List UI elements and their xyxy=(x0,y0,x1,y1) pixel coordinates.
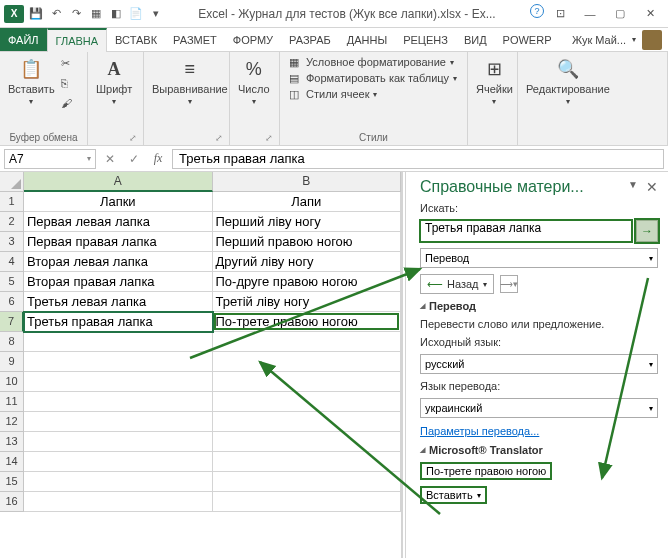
tab-home[interactable]: ГЛАВНА xyxy=(47,28,108,52)
minimize-icon[interactable]: — xyxy=(576,4,604,24)
enter-icon[interactable]: ✓ xyxy=(124,149,144,169)
row-header[interactable]: 13 xyxy=(0,432,24,452)
tab-file[interactable]: ФАЙЛ xyxy=(0,28,47,51)
row-header[interactable]: 12 xyxy=(0,412,24,432)
row-header[interactable]: 7 xyxy=(0,312,24,332)
row-header[interactable]: 4 xyxy=(0,252,24,272)
cell[interactable] xyxy=(24,332,213,352)
formula-input[interactable]: Третья правая лапка xyxy=(172,149,664,169)
tab-layout[interactable]: РАЗМЕТ xyxy=(165,28,225,51)
cell[interactable]: Третья левая лапка xyxy=(24,292,213,312)
section-ms-translator[interactable]: Microsoft® Translator xyxy=(420,444,658,456)
cell[interactable] xyxy=(24,372,213,392)
row-header[interactable]: 16 xyxy=(0,492,24,512)
taskpane-close-icon[interactable]: ✕ xyxy=(646,179,658,195)
row-header[interactable]: 11 xyxy=(0,392,24,412)
col-header-b[interactable]: B xyxy=(213,172,402,192)
cell[interactable] xyxy=(213,432,402,452)
qat-icon-2[interactable]: ◧ xyxy=(108,6,124,22)
cell[interactable]: Вторая левая лапка xyxy=(24,252,213,272)
cell[interactable]: По-трете правою ногою xyxy=(213,312,402,332)
cell[interactable]: Третья правая лапка xyxy=(24,312,213,332)
undo-icon[interactable]: ↶ xyxy=(48,6,64,22)
row-header[interactable]: 14 xyxy=(0,452,24,472)
namebox-dropdown-icon[interactable]: ▾ xyxy=(87,154,91,163)
alignment-button[interactable]: ≡Выравнивание▾ xyxy=(150,55,230,108)
font-launcher[interactable]: ⤢ xyxy=(94,133,137,143)
back-button[interactable]: ⟵ Назад ▾ xyxy=(420,274,494,294)
search-input[interactable]: Третья правая лапка xyxy=(420,220,632,242)
cell[interactable] xyxy=(213,412,402,432)
cell[interactable]: Перший ліву ногу xyxy=(213,212,402,232)
row-header[interactable]: 8 xyxy=(0,332,24,352)
close-icon[interactable]: ✕ xyxy=(636,4,664,24)
editing-button[interactable]: 🔍Редактирование▾ xyxy=(524,55,612,108)
qat-dropdown-icon[interactable]: ▾ xyxy=(148,6,164,22)
cancel-icon[interactable]: ✕ xyxy=(100,149,120,169)
grid[interactable]: 1ЛапкиЛапи2Первая левая лапкаПерший ліву… xyxy=(0,192,401,558)
cell[interactable] xyxy=(213,332,402,352)
cell[interactable] xyxy=(213,352,402,372)
cell[interactable] xyxy=(24,492,213,512)
row-header[interactable]: 5 xyxy=(0,272,24,292)
cell[interactable] xyxy=(24,412,213,432)
cell[interactable] xyxy=(24,392,213,412)
save-icon[interactable]: 💾 xyxy=(28,6,44,22)
paste-button[interactable]: 📋 Вставить ▾ xyxy=(6,55,57,108)
target-lang-select[interactable]: украинский▾ xyxy=(420,398,658,418)
row-header[interactable]: 10 xyxy=(0,372,24,392)
cell[interactable]: Другий ліву ногу xyxy=(213,252,402,272)
tab-powerpivot[interactable]: POWERP xyxy=(495,28,560,51)
cell[interactable]: Лапки xyxy=(24,192,213,212)
search-go-button[interactable]: → xyxy=(636,220,658,242)
copy-icon[interactable]: ⎘ xyxy=(61,75,79,91)
maximize-icon[interactable]: ▢ xyxy=(606,4,634,24)
cell[interactable] xyxy=(213,372,402,392)
cell[interactable] xyxy=(24,472,213,492)
qat-icon-3[interactable]: 📄 xyxy=(128,6,144,22)
cell-styles-button[interactable]: ◫Стили ячеек▾ xyxy=(286,87,457,101)
row-header[interactable]: 9 xyxy=(0,352,24,372)
tab-developer[interactable]: РАЗРАБ xyxy=(281,28,339,51)
source-lang-select[interactable]: русский▾ xyxy=(420,354,658,374)
font-button[interactable]: AШрифт▾ xyxy=(94,55,134,108)
row-header[interactable]: 15 xyxy=(0,472,24,492)
taskpane-menu-icon[interactable]: ▼ xyxy=(628,179,638,195)
qat-icon-1[interactable]: ▦ xyxy=(88,6,104,22)
cell[interactable]: Лапи xyxy=(213,192,402,212)
help-icon[interactable]: ? xyxy=(530,4,544,18)
forward-button[interactable]: ⟶▾ xyxy=(500,275,518,293)
row-header[interactable]: 6 xyxy=(0,292,24,312)
number-button[interactable]: %Число▾ xyxy=(236,55,272,108)
translation-options-link[interactable]: Параметры перевода... xyxy=(420,425,539,437)
tab-view[interactable]: ВИД xyxy=(456,28,495,51)
tab-formulas[interactable]: ФОРМУ xyxy=(225,28,281,51)
cell[interactable] xyxy=(213,472,402,492)
number-launcher[interactable]: ⤢ xyxy=(236,133,273,143)
cut-icon[interactable]: ✂ xyxy=(61,55,79,71)
cells-button[interactable]: ⊞Ячейки▾ xyxy=(474,55,515,108)
row-header[interactable]: 1 xyxy=(0,192,24,212)
insert-button[interactable]: Вставить▾ xyxy=(420,486,487,504)
name-box[interactable]: A7 ▾ xyxy=(4,149,96,169)
cell[interactable]: По-друге правою ногою xyxy=(213,272,402,292)
account-menu[interactable]: Жук Май... ▾ xyxy=(566,28,668,51)
row-header[interactable]: 2 xyxy=(0,212,24,232)
col-header-a[interactable]: A xyxy=(24,172,213,192)
tab-review[interactable]: РЕЦЕНЗ xyxy=(395,28,456,51)
conditional-formatting-button[interactable]: ▦Условное форматирование▾ xyxy=(286,55,457,69)
cell[interactable] xyxy=(24,432,213,452)
category-select[interactable]: Перевод ▾ xyxy=(420,248,658,268)
section-translate[interactable]: Перевод xyxy=(420,300,658,312)
cell[interactable] xyxy=(213,492,402,512)
cell[interactable]: Первая правая лапка xyxy=(24,232,213,252)
cell[interactable]: Первая левая лапка xyxy=(24,212,213,232)
cell[interactable]: Третій ліву ногу xyxy=(213,292,402,312)
redo-icon[interactable]: ↷ xyxy=(68,6,84,22)
cell[interactable]: Перший правою ногою xyxy=(213,232,402,252)
format-as-table-button[interactable]: ▤Форматировать как таблицу▾ xyxy=(286,71,457,85)
tab-insert[interactable]: ВСТАВК xyxy=(107,28,165,51)
cell[interactable] xyxy=(213,452,402,472)
cell[interactable] xyxy=(24,352,213,372)
format-painter-icon[interactable]: 🖌 xyxy=(61,95,79,111)
